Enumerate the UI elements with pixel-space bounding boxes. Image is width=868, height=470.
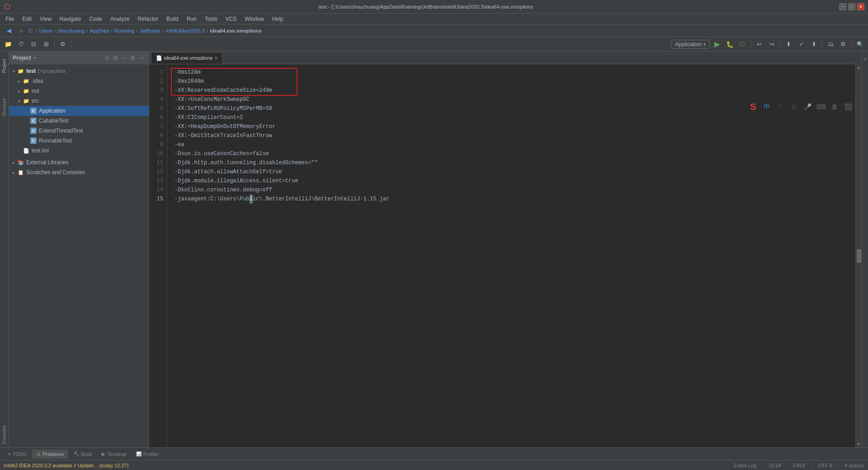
menu-view[interactable]: View — [36, 15, 55, 23]
project-tree-sync-button[interactable]: ⊙ — [104, 54, 110, 62]
favorites-panel-tab[interactable]: Favorites — [1, 422, 8, 447]
indent-setting[interactable]: 4 spaces — [844, 463, 864, 468]
code-text-15-prefix: -javaagent:C:\Users\Pub — [175, 195, 250, 204]
editor-tab-vmoptions[interactable]: 📄 idea64.exe.vmoptions ✕ — [151, 52, 223, 64]
line-num-8: 8 — [149, 131, 167, 140]
editor-content[interactable]: 1 2 3 4 5 6 7 8 9 10 11 12 13 14 15 -Xm — [149, 64, 862, 447]
menu-window[interactable]: Window — [241, 15, 268, 23]
tree-item-scratches[interactable]: 📋 Scratches and Consoles — [9, 167, 149, 177]
status-update-message[interactable]: IntelliJ IDEA 2020.3.2 available // Upda… — [4, 463, 128, 468]
ime-voice-button[interactable]: 🎤 — [801, 100, 814, 113]
recent-files-button[interactable]: ⏱ — [15, 39, 26, 50]
menu-navigate[interactable]: Navigate — [56, 15, 85, 23]
menu-build[interactable]: Build — [163, 15, 182, 23]
breadcrumb-appdata[interactable]: AppData — [90, 28, 109, 33]
project-tree-collapse-button[interactable]: ⊟ — [112, 54, 118, 62]
project-structure-button[interactable]: 🗂 — [825, 39, 836, 50]
tree-item-extendthreadtest[interactable]: ▸ C ExtendThreadTest — [9, 126, 149, 136]
project-view-button[interactable]: 📁 — [3, 39, 14, 50]
breadcrumb-roaming[interactable]: Roaming — [114, 28, 134, 33]
ime-s-button[interactable]: S — [747, 100, 760, 113]
tree-item-src[interactable]: 📁 src — [9, 96, 149, 106]
tree-item-idea[interactable]: 📁 .idea — [9, 76, 149, 86]
git-push-button[interactable]: ⬆ — [808, 39, 819, 50]
event-log-button[interactable]: Event Log — [734, 463, 757, 468]
project-panel-close-button[interactable]: — — [138, 54, 145, 62]
bottom-tab-todo[interactable]: ≡ TODO — [4, 450, 31, 459]
tree-item-callabletest[interactable]: ▸ C CallableTest — [9, 116, 149, 126]
breadcrumb-zhouzhuang[interactable]: zhouzhuang — [57, 28, 85, 33]
breadcrumb-c[interactable]: C: — [29, 28, 34, 33]
project-header: Project ▾ ⊙ ⊟ ⋯ ⚙ — — [9, 52, 149, 64]
bottom-tab-terminal[interactable]: ▶ Terminal — [97, 450, 131, 459]
debug-button[interactable]: 🐛 — [724, 39, 735, 50]
menu-code[interactable]: Code — [85, 15, 106, 23]
ime-keyboard-button[interactable]: ⌨ — [815, 100, 827, 113]
git-commit-button[interactable]: ✓ — [796, 39, 807, 50]
todo-icon: ≡ — [8, 451, 11, 456]
code-area[interactable]: -Xms128m -Xmx2048m -XX:ReservedCodeCache… — [167, 64, 855, 447]
redo-button[interactable]: ↪ — [766, 39, 777, 50]
ime-emoji-button[interactable]: ☺ — [788, 100, 800, 113]
run-button[interactable]: ▶ — [712, 39, 722, 50]
breadcrumb-idea-version[interactable]: IntelliJIdea2020.3 — [165, 28, 204, 33]
bottom-tab-build[interactable]: 🔨 Build — [69, 450, 96, 459]
tree-item-test[interactable]: 📁 test D:\project\test — [9, 66, 149, 76]
close-button[interactable]: ✕ — [857, 3, 864, 10]
bottom-tab-problems[interactable]: ⚠ Problems — [32, 450, 68, 459]
menu-edit[interactable]: Edit — [19, 15, 35, 23]
tree-item-testiml[interactable]: ▸ 📄 test.iml — [9, 146, 149, 156]
ime-punctuation-button[interactable]: ° — [774, 100, 787, 113]
expand-all-button[interactable]: ⊞ — [41, 39, 52, 50]
menu-help[interactable]: Help — [269, 15, 287, 23]
statusbar-sep-3: | — [811, 463, 813, 468]
tree-label-callabletest: CallableTest — [39, 118, 68, 124]
sep-6: › — [162, 28, 164, 33]
forward-button[interactable]: ▶ — [16, 25, 27, 36]
tree-item-runnabletest[interactable]: ▸ C RunnableTest — [9, 136, 149, 146]
menu-vcs[interactable]: VCS — [222, 15, 241, 23]
code-line-12: -Djdk.attach.allowAttachSelf=true — [175, 167, 848, 176]
project-panel-settings-button[interactable]: ⚙ — [129, 54, 136, 62]
ide-settings-button[interactable]: ⚙ — [838, 39, 849, 50]
bottom-tabs: ≡ TODO ⚠ Problems 🔨 Build ▶ Terminal 📊 P… — [0, 447, 868, 460]
undo-button[interactable]: ↩ — [754, 39, 764, 50]
project-tree-dots-button[interactable]: ⋯ — [120, 54, 127, 62]
line-num-11: 11 — [149, 158, 167, 167]
coverage-button[interactable]: 🛡 — [737, 39, 748, 50]
code-line-2: -Xmx2048m — [175, 77, 848, 86]
structure-panel-tab[interactable]: Structure — [1, 95, 8, 120]
menu-tools[interactable]: Tools — [201, 15, 221, 23]
collapse-all-button[interactable]: ⊟ — [28, 39, 39, 50]
minimize-button[interactable]: ─ — [839, 3, 846, 10]
menu-refactor[interactable]: Refactor — [134, 15, 162, 23]
ime-tool2-button[interactable]: ⬛ — [842, 100, 854, 113]
statusbar-right: Event Log | 15:24 | CRLF | UTF-8 | 4 spa… — [734, 463, 864, 468]
ime-tool1-button[interactable]: 🗑 — [828, 100, 841, 113]
settings-button[interactable]: ⚙ — [57, 39, 68, 50]
bottom-tab-profiler[interactable]: 📊 Profiler — [132, 450, 164, 459]
tree-item-application[interactable]: ▸ C Application — [9, 106, 149, 116]
encoding[interactable]: UTF-8 — [818, 463, 832, 468]
maximize-button[interactable]: □ — [848, 3, 855, 10]
run-config-selector[interactable]: Application ▾ — [671, 40, 710, 49]
tree-item-out[interactable]: 📁 out — [9, 86, 149, 96]
line-ending[interactable]: CRLF — [793, 463, 806, 468]
search-everywhere-button[interactable]: 🔍 — [854, 39, 865, 50]
breadcrumb-file[interactable]: idea64.exe.vmoptions — [210, 28, 261, 33]
project-panel-tab[interactable]: Project — [1, 55, 8, 76]
ime-zh-button[interactable]: 中 — [760, 100, 773, 113]
line-num-13: 13 — [149, 176, 167, 185]
terminal-label: Terminal — [107, 451, 126, 457]
cursor-position[interactable]: 15:24 — [769, 463, 781, 468]
tree-item-external-libraries[interactable]: 📚 External Libraries — [9, 157, 149, 167]
sep-4: › — [111, 28, 113, 33]
menu-file[interactable]: File — [2, 15, 18, 23]
menu-analyze[interactable]: Analyze — [107, 15, 133, 23]
breadcrumb-users[interactable]: Users — [39, 28, 52, 33]
back-button[interactable]: ◀ — [4, 25, 14, 36]
menu-run[interactable]: Run — [183, 15, 200, 23]
breadcrumb-jetbrains[interactable]: JetBrains — [140, 28, 160, 33]
editor-tab-close-button[interactable]: ✕ — [214, 56, 218, 61]
git-update-button[interactable]: ⬇ — [783, 39, 794, 50]
